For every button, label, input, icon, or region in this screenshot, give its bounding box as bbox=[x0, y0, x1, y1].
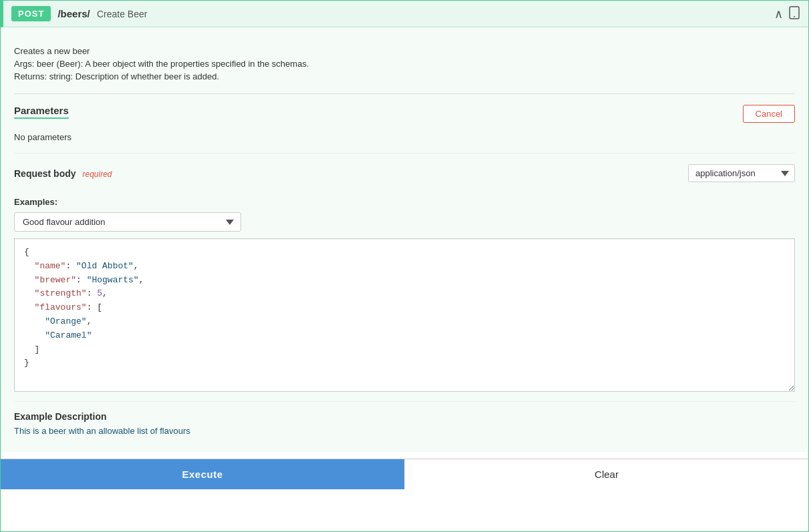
endpoint-path: /beers/ Create Beer bbox=[57, 8, 147, 19]
collapse-icon[interactable]: ∧ bbox=[774, 7, 783, 21]
parameters-header: Parameters Cancel bbox=[14, 105, 795, 123]
desc-line2: Args: beer (Beer): A beer object with th… bbox=[14, 59, 795, 69]
execute-button[interactable]: Execute bbox=[1, 459, 404, 489]
examples-block: Examples: Good flavour addition { "name"… bbox=[14, 190, 795, 401]
desc-line1: Creates a new beer bbox=[14, 46, 795, 56]
action-bar: Execute Clear bbox=[1, 459, 808, 489]
request-body-title-group: Request body required bbox=[14, 168, 112, 179]
mobile-icon[interactable] bbox=[788, 6, 800, 21]
parameters-title: Parameters bbox=[14, 105, 69, 119]
required-label: required bbox=[82, 170, 112, 179]
examples-select[interactable]: Good flavour addition bbox=[14, 212, 241, 232]
no-params-text: No parameters bbox=[14, 128, 795, 146]
header-icons: ∧ bbox=[774, 6, 800, 21]
svg-point-1 bbox=[794, 16, 795, 17]
content-type-select[interactable]: application/json bbox=[688, 164, 795, 182]
example-description-section: Example Description This is a beer with … bbox=[14, 401, 795, 445]
example-desc-text: This is a beer with an allowable list of… bbox=[14, 426, 795, 436]
examples-label: Examples: bbox=[14, 197, 795, 207]
request-body-header: Request body required application/json bbox=[14, 164, 795, 182]
desc-line3: Returns: string: Description of whether … bbox=[14, 71, 795, 81]
content-area: Creates a new beer Args: beer (Beer): A … bbox=[1, 27, 808, 452]
examples-select-wrapper: Good flavour addition bbox=[14, 212, 241, 232]
description-block: Creates a new beer Args: beer (Beer): A … bbox=[14, 39, 795, 94]
json-editor[interactable]: { "name": "Old Abbot", "brewer": "Hogwar… bbox=[14, 238, 795, 392]
endpoint-header: POST /beers/ Create Beer ∧ bbox=[1, 1, 808, 27]
path-text: /beers/ bbox=[57, 8, 90, 19]
request-body-title: Request body bbox=[14, 168, 76, 179]
parameters-section: Parameters Cancel No parameters bbox=[14, 94, 795, 154]
method-badge: POST bbox=[11, 6, 51, 21]
request-body-section: Request body required application/json E… bbox=[14, 154, 795, 452]
example-desc-title: Example Description bbox=[14, 411, 795, 422]
clear-button[interactable]: Clear bbox=[404, 459, 808, 489]
cancel-button[interactable]: Cancel bbox=[743, 105, 795, 123]
endpoint-title: Create Beer bbox=[97, 9, 147, 19]
